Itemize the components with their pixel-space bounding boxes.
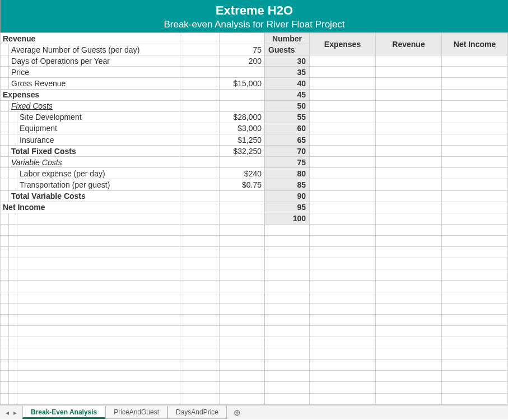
- revenue-expense-grid[interactable]: Revenue Average Number of Guests (per da…: [0, 32, 264, 405]
- row-total-variable: Total Variable Costs: [1, 190, 264, 202]
- label-insurance[interactable]: Insurance: [17, 134, 180, 145]
- head-guests[interactable]: Guests: [265, 44, 310, 55]
- label-total-fixed[interactable]: Total Fixed Costs: [9, 146, 180, 157]
- table-row: 65: [265, 134, 508, 145]
- head-expenses[interactable]: Expenses: [310, 33, 376, 55]
- head-revenue[interactable]: Revenue: [376, 33, 442, 55]
- label-transport[interactable]: Transportation (per guest): [17, 179, 180, 190]
- row-variable-costs: Variable Costs: [1, 157, 264, 168]
- label-labor[interactable]: Labor expense (per day): [17, 168, 180, 179]
- label-variable-costs[interactable]: Variable Costs: [9, 157, 180, 168]
- row-net-income: Net Income: [1, 202, 264, 213]
- row-revenue: Revenue: [1, 33, 264, 44]
- spreadsheet-body: Revenue Average Number of Guests (per da…: [0, 32, 508, 405]
- sheet-tab-bar: ◂ ▸ Break-Even Analysis PriceAndGuest Da…: [0, 405, 508, 419]
- value-gross-rev[interactable]: $15,000: [219, 78, 264, 89]
- title-sub: Break-even Analysis for River Float Proj…: [1, 19, 508, 30]
- value-site-dev[interactable]: $28,000: [219, 111, 264, 123]
- label-expenses[interactable]: Expenses: [1, 89, 180, 100]
- row-insurance: Insurance $1,250: [1, 134, 264, 145]
- title-main: Extreme H2O: [1, 3, 508, 18]
- row-fixed-costs: Fixed Costs: [1, 100, 264, 111]
- row-site-dev: Site Development $28,000: [1, 111, 264, 123]
- value-price[interactable]: [219, 67, 264, 78]
- label-revenue[interactable]: Revenue: [1, 33, 180, 44]
- nav-prev-icon[interactable]: ◂: [6, 409, 9, 417]
- value-net-income[interactable]: [219, 202, 264, 213]
- label-days-ops[interactable]: Days of Operations per Year: [9, 55, 180, 67]
- row-labor: Labor expense (per day) $240: [1, 168, 264, 179]
- table-row: 55: [265, 111, 508, 123]
- label-site-dev[interactable]: Site Development: [17, 111, 180, 123]
- table-row: 70: [265, 146, 508, 157]
- row-expenses: Expenses: [1, 89, 264, 100]
- row-total-fixed: Total Fixed Costs $32,250: [1, 146, 264, 157]
- tab-days-and-price[interactable]: DaysAndPrice: [167, 406, 227, 419]
- value-total-fixed[interactable]: $32,250: [219, 146, 264, 157]
- label-price[interactable]: Price: [9, 67, 180, 78]
- value-transport[interactable]: $0.75: [219, 179, 264, 190]
- row-transport: Transportation (per guest) $0.75: [1, 179, 264, 190]
- table-row: 35: [265, 67, 508, 78]
- table-row: 80: [265, 168, 508, 179]
- label-fixed-costs[interactable]: Fixed Costs: [9, 100, 180, 111]
- label-avg-guests[interactable]: Average Number of Guests (per day): [9, 44, 180, 55]
- tab-break-even[interactable]: Break-Even Analysis: [22, 406, 105, 419]
- table-row: 30: [265, 55, 508, 67]
- label-gross-rev[interactable]: Gross Revenue: [9, 78, 180, 89]
- row-equipment: Equipment $3,000: [1, 123, 264, 134]
- head-net[interactable]: Net Income: [442, 33, 508, 55]
- value-insurance[interactable]: $1,250: [219, 134, 264, 145]
- value-labor[interactable]: $240: [219, 168, 264, 179]
- head-number[interactable]: Number: [265, 33, 310, 44]
- tab-price-and-guest[interactable]: PriceAndGuest: [105, 406, 167, 419]
- row-price: Price: [1, 67, 264, 78]
- tab-nav-arrows: ◂ ▸: [0, 409, 22, 417]
- value-avg-guests[interactable]: 75: [219, 44, 264, 55]
- row-gross-rev: Gross Revenue $15,000: [1, 78, 264, 89]
- table-row: 90: [265, 190, 508, 202]
- table-row: 75: [265, 157, 508, 168]
- label-total-variable[interactable]: Total Variable Costs: [9, 190, 180, 202]
- row-avg-guests: Average Number of Guests (per day) 75: [1, 44, 264, 55]
- nav-next-icon[interactable]: ▸: [13, 409, 17, 417]
- table-row: 45: [265, 89, 508, 100]
- table-row: 40: [265, 78, 508, 89]
- label-equipment[interactable]: Equipment: [17, 123, 180, 134]
- title-banner: Extreme H2O Break-even Analysis for Rive…: [0, 0, 508, 32]
- value-days-ops[interactable]: 200: [219, 55, 264, 67]
- row-head-1: Number Expenses Revenue Net Income: [265, 33, 508, 44]
- scenario-grid[interactable]: Number Expenses Revenue Net Income Guest…: [264, 32, 508, 405]
- row-days-ops: Days of Operations per Year 200: [1, 55, 264, 67]
- value-total-variable[interactable]: [219, 190, 264, 202]
- table-row: 60: [265, 123, 508, 134]
- table-row: 100: [265, 213, 508, 224]
- value-equipment[interactable]: $3,000: [219, 123, 264, 134]
- table-row: 50: [265, 100, 508, 111]
- table-row: 85: [265, 179, 508, 190]
- label-net-income[interactable]: Net Income: [1, 202, 180, 213]
- table-row: 95: [265, 202, 508, 213]
- add-sheet-button[interactable]: ⊕: [227, 408, 248, 418]
